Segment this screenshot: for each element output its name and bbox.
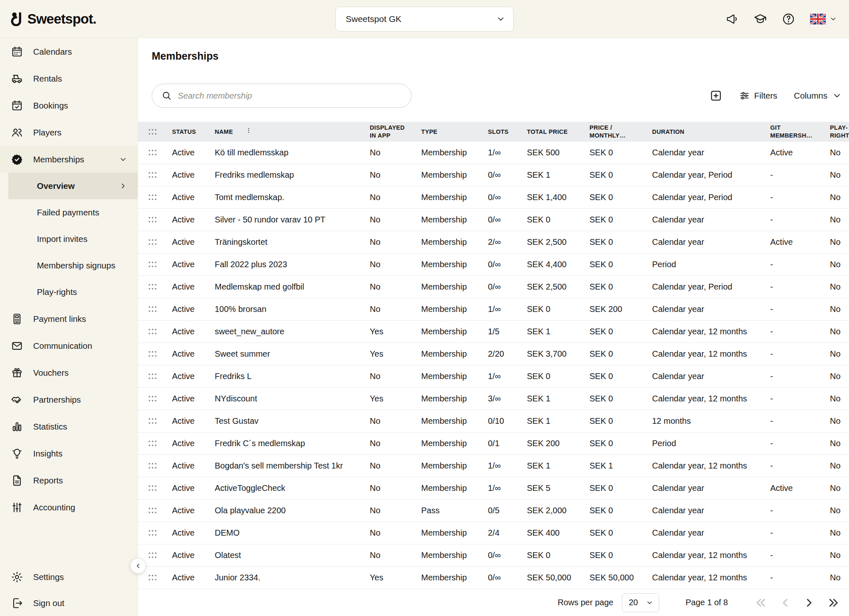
language-selector[interactable] [810,14,837,24]
cell-name[interactable]: 100% brorsan [215,304,370,314]
table-row[interactable]: Active Kö till medlemsskap No Membership… [138,142,849,164]
drag-handle-icon[interactable] [138,418,172,425]
drag-handle-icon[interactable] [138,529,172,536]
sidebar-item-rentals[interactable]: Rentals [0,65,138,92]
column-menu-icon[interactable] [245,127,252,136]
sidebar-item-memberships[interactable]: Memberships [0,146,138,173]
megaphone-icon[interactable] [725,12,739,26]
cell-displayed-in-app: No [370,215,421,225]
cell-name[interactable]: sweet_new_autore [215,327,370,336]
drag-handle-icon[interactable] [138,395,172,402]
table-row[interactable]: Active sweet_new_autore Yes Membership 1… [138,321,849,343]
table-row[interactable]: Active Fredriks medlemskap No Membership… [138,164,849,186]
first-page-button[interactable] [754,596,768,609]
cell-name[interactable]: Silver - 50 rundor varav 10 PT [215,215,370,225]
table-row[interactable]: Active Test Gustav No Membership 0/10 SE… [138,410,849,432]
graduation-cap-icon[interactable] [754,12,767,26]
next-page-button[interactable] [803,596,816,609]
filters-button[interactable]: Filters [739,90,777,101]
sidebar-item-accounting[interactable]: Accounting [0,494,138,521]
drag-handle-icon[interactable] [138,172,172,179]
header-drag-handle[interactable] [138,128,172,135]
previous-page-button[interactable] [779,596,792,609]
sidebar-subitem-import-invites[interactable]: Import invites [0,226,138,252]
table-row[interactable]: Active NYdiscount Yes Membership 3/∞ SEK… [138,388,849,410]
cell-name[interactable]: Bogdan's sell membership Test 1kr [215,461,370,471]
cell-name[interactable]: DEMO [215,528,370,538]
table-row[interactable]: Active Bogdan's sell membership Test 1kr… [138,455,849,477]
cell-name[interactable]: Test Gustav [215,416,370,426]
sidebar-subitem-play-rights[interactable]: Play-rights [0,279,138,305]
table-row[interactable]: Active Fall 2022 plus 2023 No Membership… [138,254,849,276]
cell-name[interactable]: Fredriks medlemskap [215,170,370,180]
sidebar-item-communication[interactable]: Communication [0,332,138,359]
cell-name[interactable]: Medlemskap med golfbil [215,282,370,292]
table-row[interactable]: Active DEMO No Membership 2/4 SEK 400 SE… [138,522,849,544]
sidebar-item-insights[interactable]: Insights [0,440,138,467]
drag-handle-icon[interactable] [138,194,172,201]
table-row[interactable]: Active Junior 2334. Yes Membership 0/∞ S… [138,567,849,589]
sidebar-item-bookings[interactable]: Bookings [0,92,138,119]
drag-handle-icon[interactable] [138,440,172,447]
last-page-button[interactable] [827,596,840,609]
add-button[interactable] [709,89,723,102]
cell-name[interactable]: Tomt medlemskap. [215,193,370,202]
sweetspot-logo[interactable]: Sweetspot. [11,11,96,27]
drag-handle-icon[interactable] [138,350,172,358]
drag-handle-icon[interactable] [138,552,172,559]
cell-name[interactable]: Sweet summer [215,349,370,359]
drag-handle-icon[interactable] [138,283,172,290]
drag-handle-icon[interactable] [138,485,172,492]
table-row[interactable]: Active Medlemskap med golfbil No Members… [138,276,849,298]
drag-handle-icon[interactable] [138,462,172,469]
table-row[interactable]: Active Olatest No Membership 0/∞ SEK 0 S… [138,544,849,567]
table-row[interactable]: Active Fredrik C´s medlemskap No Members… [138,432,849,455]
cell-name[interactable]: NYdiscount [215,394,370,403]
cell-name[interactable]: Träningskortet [215,237,370,247]
drag-handle-icon[interactable] [138,149,172,156]
cell-name[interactable]: Olatest [215,551,370,560]
sidebar-subitem-failed-payments[interactable]: Failed payments [0,199,138,226]
cell-play-right: No [830,461,849,471]
cell-name[interactable]: Fall 2022 plus 2023 [215,260,370,269]
table-row[interactable]: Active Träningskortet No Membership 2/∞ … [138,231,849,254]
sidebar-item-reports[interactable]: Reports [0,467,138,494]
drag-handle-icon[interactable] [138,574,172,581]
drag-handle-icon[interactable] [138,328,172,335]
cell-name[interactable]: Fredrik C´s medlemskap [215,439,370,448]
drag-handle-icon[interactable] [138,507,172,514]
search-input[interactable] [178,91,402,101]
sidebar-item-settings[interactable]: Settings [0,563,138,590]
club-selector-dropdown[interactable]: Sweetspot GK [335,7,514,31]
sidebar-item-vouchers[interactable]: Vouchers [0,359,138,386]
cell-name[interactable]: Kö till medlemsskap [215,148,370,157]
table-row[interactable]: Active Sweet summer Yes Membership 2/20 … [138,343,849,365]
drag-handle-icon[interactable] [138,261,172,268]
drag-handle-icon[interactable] [138,373,172,380]
drag-handle-icon[interactable] [138,239,172,246]
cell-name[interactable]: Fredriks L [215,372,370,381]
sidebar-item-partnerships[interactable]: Partnerships [0,386,138,413]
cell-name[interactable]: ActiveToggleCheck [215,483,370,493]
sidebar-item-calendars[interactable]: Calendars [0,38,138,65]
rows-per-page-select[interactable]: 20 [622,593,659,612]
drag-handle-icon[interactable] [138,306,172,313]
table-row[interactable]: Active Ola playvalue 2200 No Pass 0/5 SE… [138,500,849,522]
sidebar-item-statistics[interactable]: Statistics [0,413,138,440]
columns-button[interactable]: Columns [794,90,842,101]
sidebar-item-players[interactable]: Players [0,119,138,146]
cell-name[interactable]: Ola playvalue 2200 [215,506,370,515]
sidebar-item-payment-links[interactable]: Payment links [0,305,138,332]
sidebar-subitem-overview[interactable]: Overview [8,173,138,199]
drag-handle-icon[interactable] [138,216,172,223]
table-row[interactable]: Active Fredriks L No Membership 1/∞ SEK … [138,365,849,388]
table-row[interactable]: Active Tomt medlemskap. No Membership 0/… [138,186,849,209]
cell-name[interactable]: Junior 2334. [215,573,370,582]
sidebar-collapse-button[interactable] [130,558,146,574]
sidebar-item-sign-out[interactable]: Sign out [0,590,138,616]
table-row[interactable]: Active 100% brorsan No Membership 1/∞ SE… [138,298,849,321]
table-row[interactable]: Active Silver - 50 rundor varav 10 PT No… [138,209,849,231]
table-row[interactable]: Active ActiveToggleCheck No Membership 1… [138,477,849,500]
sidebar-subitem-membership-signups[interactable]: Membership signups [0,252,138,279]
help-icon[interactable] [782,12,795,26]
